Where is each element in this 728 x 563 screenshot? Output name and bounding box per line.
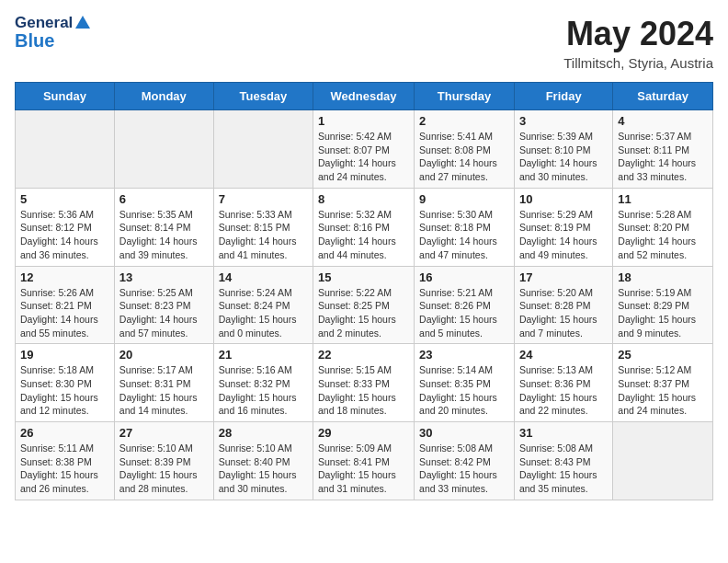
calendar-body: 1Sunrise: 5:42 AMSunset: 8:07 PMDaylight… bbox=[16, 110, 713, 500]
calendar-cell: 7Sunrise: 5:33 AMSunset: 8:15 PMDaylight… bbox=[213, 188, 313, 266]
day-info: Sunrise: 5:30 AMSunset: 8:18 PMDaylight:… bbox=[419, 208, 509, 262]
day-info: Sunrise: 5:19 AMSunset: 8:29 PMDaylight:… bbox=[618, 286, 708, 340]
calendar-cell: 1Sunrise: 5:42 AMSunset: 8:07 PMDaylight… bbox=[313, 110, 415, 189]
weekday-tuesday: Tuesday bbox=[213, 83, 313, 110]
day-info: Sunrise: 5:08 AMSunset: 8:43 PMDaylight:… bbox=[519, 442, 608, 496]
calendar-cell: 20Sunrise: 5:17 AMSunset: 8:31 PMDayligh… bbox=[114, 344, 213, 422]
calendar-cell: 24Sunrise: 5:13 AMSunset: 8:36 PMDayligh… bbox=[514, 344, 612, 422]
calendar-cell: 18Sunrise: 5:19 AMSunset: 8:29 PMDayligh… bbox=[613, 266, 713, 344]
day-number: 4 bbox=[618, 114, 708, 128]
calendar-cell: 17Sunrise: 5:20 AMSunset: 8:28 PMDayligh… bbox=[514, 266, 612, 344]
calendar-cell: 28Sunrise: 5:10 AMSunset: 8:40 PMDayligh… bbox=[213, 422, 313, 500]
month-title: May 2024 bbox=[563, 15, 713, 53]
weekday-wednesday: Wednesday bbox=[313, 83, 415, 110]
day-number: 11 bbox=[618, 192, 708, 206]
day-number: 3 bbox=[519, 114, 608, 128]
day-number: 10 bbox=[519, 192, 608, 206]
day-number: 8 bbox=[318, 192, 409, 206]
day-info: Sunrise: 5:22 AMSunset: 8:25 PMDaylight:… bbox=[318, 286, 409, 340]
calendar-week-3: 12Sunrise: 5:26 AMSunset: 8:21 PMDayligh… bbox=[16, 266, 713, 344]
day-number: 18 bbox=[618, 270, 708, 284]
calendar-cell: 23Sunrise: 5:14 AMSunset: 8:35 PMDayligh… bbox=[415, 344, 515, 422]
day-info: Sunrise: 5:15 AMSunset: 8:33 PMDaylight:… bbox=[318, 363, 409, 418]
day-number: 17 bbox=[519, 270, 608, 284]
day-number: 29 bbox=[318, 426, 409, 440]
day-number: 31 bbox=[519, 426, 608, 440]
calendar-cell: 21Sunrise: 5:16 AMSunset: 8:32 PMDayligh… bbox=[213, 344, 313, 422]
day-number: 12 bbox=[20, 270, 109, 284]
calendar-cell: 30Sunrise: 5:08 AMSunset: 8:42 PMDayligh… bbox=[415, 422, 515, 500]
day-info: Sunrise: 5:37 AMSunset: 8:11 PMDaylight:… bbox=[618, 130, 708, 184]
calendar-week-5: 26Sunrise: 5:11 AMSunset: 8:38 PMDayligh… bbox=[16, 422, 713, 500]
weekday-monday: Monday bbox=[114, 83, 213, 110]
calendar-cell bbox=[213, 110, 313, 189]
day-number: 25 bbox=[618, 348, 708, 362]
calendar-cell: 16Sunrise: 5:21 AMSunset: 8:26 PMDayligh… bbox=[415, 266, 515, 344]
day-info: Sunrise: 5:29 AMSunset: 8:19 PMDaylight:… bbox=[519, 208, 608, 262]
day-number: 1 bbox=[318, 114, 409, 128]
weekday-sunday: Sunday bbox=[16, 83, 115, 110]
day-info: Sunrise: 5:33 AMSunset: 8:15 PMDaylight:… bbox=[219, 208, 308, 262]
day-info: Sunrise: 5:20 AMSunset: 8:28 PMDaylight:… bbox=[519, 286, 608, 340]
calendar-week-2: 5Sunrise: 5:36 AMSunset: 8:12 PMDaylight… bbox=[16, 188, 713, 266]
calendar-cell: 6Sunrise: 5:35 AMSunset: 8:14 PMDaylight… bbox=[114, 188, 213, 266]
calendar-cell: 15Sunrise: 5:22 AMSunset: 8:25 PMDayligh… bbox=[313, 266, 415, 344]
day-number: 7 bbox=[219, 192, 308, 206]
day-number: 6 bbox=[119, 192, 209, 206]
page-header: General Blue May 2024 Tillmitsch, Styria… bbox=[15, 15, 713, 71]
day-number: 13 bbox=[119, 270, 209, 284]
day-info: Sunrise: 5:08 AMSunset: 8:42 PMDaylight:… bbox=[419, 442, 509, 496]
calendar-cell bbox=[16, 110, 115, 189]
day-info: Sunrise: 5:18 AMSunset: 8:30 PMDaylight:… bbox=[20, 363, 109, 418]
logo-blue: Blue bbox=[15, 30, 91, 51]
calendar-week-1: 1Sunrise: 5:42 AMSunset: 8:07 PMDaylight… bbox=[16, 110, 713, 189]
calendar-cell: 2Sunrise: 5:41 AMSunset: 8:08 PMDaylight… bbox=[415, 110, 515, 189]
day-number: 19 bbox=[20, 348, 109, 362]
day-number: 22 bbox=[318, 348, 409, 362]
day-number: 16 bbox=[419, 270, 509, 284]
calendar-cell: 4Sunrise: 5:37 AMSunset: 8:11 PMDaylight… bbox=[613, 110, 713, 189]
svg-marker-0 bbox=[75, 16, 90, 29]
day-info: Sunrise: 5:09 AMSunset: 8:41 PMDaylight:… bbox=[318, 442, 409, 496]
day-number: 21 bbox=[219, 348, 308, 362]
calendar-cell bbox=[114, 110, 213, 189]
day-info: Sunrise: 5:10 AMSunset: 8:39 PMDaylight:… bbox=[119, 442, 209, 496]
logo-triangle-icon bbox=[74, 14, 91, 30]
calendar-cell: 10Sunrise: 5:29 AMSunset: 8:19 PMDayligh… bbox=[514, 188, 612, 266]
day-number: 14 bbox=[219, 270, 308, 284]
day-info: Sunrise: 5:39 AMSunset: 8:10 PMDaylight:… bbox=[519, 130, 608, 184]
day-number: 24 bbox=[519, 348, 608, 362]
day-info: Sunrise: 5:10 AMSunset: 8:40 PMDaylight:… bbox=[219, 442, 308, 496]
calendar-cell: 27Sunrise: 5:10 AMSunset: 8:39 PMDayligh… bbox=[114, 422, 213, 500]
day-info: Sunrise: 5:24 AMSunset: 8:24 PMDaylight:… bbox=[219, 286, 308, 340]
logo: General Blue bbox=[15, 15, 91, 51]
calendar-cell: 12Sunrise: 5:26 AMSunset: 8:21 PMDayligh… bbox=[16, 266, 115, 344]
day-number: 5 bbox=[20, 192, 109, 206]
calendar-cell: 19Sunrise: 5:18 AMSunset: 8:30 PMDayligh… bbox=[16, 344, 115, 422]
title-area: May 2024 Tillmitsch, Styria, Austria bbox=[563, 15, 713, 71]
calendar-cell: 3Sunrise: 5:39 AMSunset: 8:10 PMDaylight… bbox=[514, 110, 612, 189]
day-number: 2 bbox=[419, 114, 509, 128]
weekday-thursday: Thursday bbox=[415, 83, 515, 110]
day-info: Sunrise: 5:25 AMSunset: 8:23 PMDaylight:… bbox=[119, 286, 209, 340]
day-info: Sunrise: 5:32 AMSunset: 8:16 PMDaylight:… bbox=[318, 208, 409, 262]
calendar-cell: 8Sunrise: 5:32 AMSunset: 8:16 PMDaylight… bbox=[313, 188, 415, 266]
day-number: 15 bbox=[318, 270, 409, 284]
calendar-cell: 25Sunrise: 5:12 AMSunset: 8:37 PMDayligh… bbox=[613, 344, 713, 422]
weekday-friday: Friday bbox=[514, 83, 612, 110]
day-number: 20 bbox=[119, 348, 209, 362]
weekday-saturday: Saturday bbox=[613, 83, 713, 110]
calendar-cell bbox=[613, 422, 713, 500]
calendar-cell: 22Sunrise: 5:15 AMSunset: 8:33 PMDayligh… bbox=[313, 344, 415, 422]
calendar-cell: 13Sunrise: 5:25 AMSunset: 8:23 PMDayligh… bbox=[114, 266, 213, 344]
day-info: Sunrise: 5:26 AMSunset: 8:21 PMDaylight:… bbox=[20, 286, 109, 340]
day-number: 26 bbox=[20, 426, 109, 440]
day-number: 30 bbox=[419, 426, 509, 440]
calendar-cell: 26Sunrise: 5:11 AMSunset: 8:38 PMDayligh… bbox=[16, 422, 115, 500]
day-info: Sunrise: 5:42 AMSunset: 8:07 PMDaylight:… bbox=[318, 130, 409, 184]
calendar-cell: 14Sunrise: 5:24 AMSunset: 8:24 PMDayligh… bbox=[213, 266, 313, 344]
day-info: Sunrise: 5:36 AMSunset: 8:12 PMDaylight:… bbox=[20, 208, 109, 262]
calendar-cell: 5Sunrise: 5:36 AMSunset: 8:12 PMDaylight… bbox=[16, 188, 115, 266]
day-number: 28 bbox=[219, 426, 308, 440]
day-number: 23 bbox=[419, 348, 509, 362]
